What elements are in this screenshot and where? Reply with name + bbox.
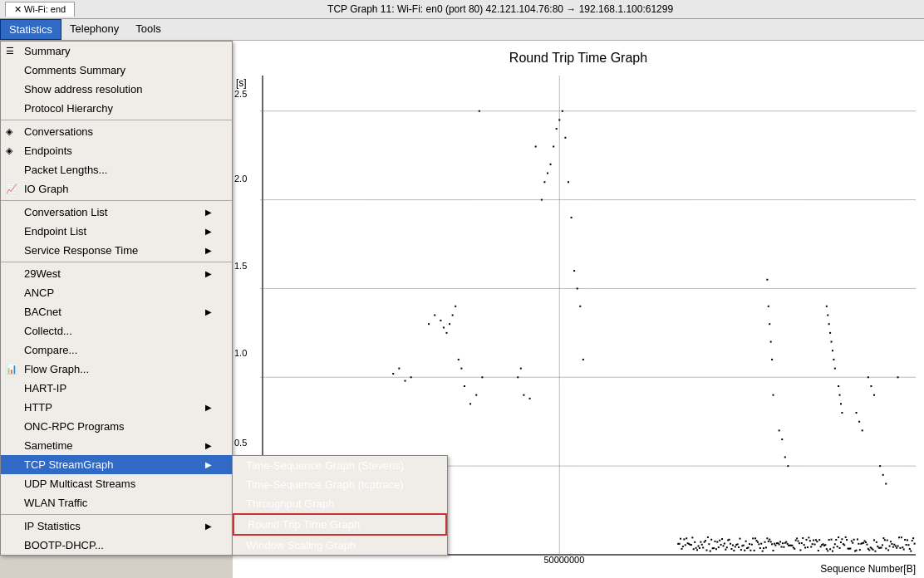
menu-item-sametime[interactable]: Sametime ▶ xyxy=(1,436,232,455)
menu-item-summary[interactable]: ☰ Summary xyxy=(1,42,232,61)
arrow-icon: ▶ xyxy=(205,522,212,531)
arrow-icon: ▶ xyxy=(205,441,212,450)
menu-item-endpoints[interactable]: ◈ Endpoints xyxy=(1,141,232,160)
menu-item-conversation-list[interactable]: Conversation List ▶ xyxy=(1,203,232,222)
menu-item-onc-rpc[interactable]: ONC-RPC Programs xyxy=(1,417,232,436)
submenu-time-sequence-tcptrace[interactable]: Time-Sequence Graph (tcptrace) xyxy=(233,475,447,494)
submenu-window-scaling[interactable]: Window Scaling Graph xyxy=(233,536,447,555)
menu-item-tcp-streamgraph[interactable]: TCP StreamGraph ▶ Time-Sequence Graph (S… xyxy=(1,455,232,474)
menu-item-hart-ip[interactable]: HART-IP xyxy=(1,379,232,398)
menu-statistics[interactable]: Statistics xyxy=(0,19,61,40)
arrow-icon: ▶ xyxy=(205,227,212,236)
title-bar: ✕ Wi-Fi: end TCP Graph 11: Wi-Fi: en0 (p… xyxy=(0,0,924,19)
submenu-round-trip-time[interactable]: Round Trip Time Graph xyxy=(233,513,447,536)
flow-graph-icon: 📊 xyxy=(6,364,17,375)
menu-item-comments-summary[interactable]: Comments Summary xyxy=(1,61,232,80)
endpoints-icon: ◈ xyxy=(6,145,12,156)
menu-item-show-address[interactable]: Show address resolution xyxy=(1,80,232,99)
menu-item-bacnet[interactable]: BACnet ▶ xyxy=(1,302,232,321)
menu-item-conversations[interactable]: ◈ Conversations xyxy=(1,122,232,141)
menu-item-udp-multicast[interactable]: UDP Multicast Streams xyxy=(1,474,232,493)
tab-close-icon[interactable]: ✕ xyxy=(14,4,22,14)
menu-item-ancp[interactable]: ANCP xyxy=(1,283,232,302)
arrow-icon: ▶ xyxy=(205,246,212,255)
summary-icon: ☰ xyxy=(6,46,14,56)
submenu-throughput-graph[interactable]: Throughput Graph xyxy=(233,494,447,513)
menu-item-service-response-time[interactable]: Service Response Time ▶ xyxy=(1,241,232,260)
tcp-streamgraph-submenu: Time-Sequence Graph (Stevens) Time-Seque… xyxy=(232,455,448,556)
submenu-time-sequence-stevens[interactable]: Time-Sequence Graph (Stevens) xyxy=(233,456,447,475)
statistics-dropdown: ☰ Summary Comments Summary Show address … xyxy=(0,41,233,556)
arrow-icon: ▶ xyxy=(205,208,212,217)
arrow-icon: ▶ xyxy=(205,307,212,316)
io-graph-icon: 📈 xyxy=(6,184,17,194)
tab-label: Wi-Fi: end xyxy=(24,4,66,14)
menu-tools[interactable]: Tools xyxy=(127,19,169,40)
menu-item-flow-graph[interactable]: 📊 Flow Graph... xyxy=(1,360,232,379)
menu-item-bootp-dhcp[interactable]: BOOTP-DHCP... xyxy=(1,536,232,555)
arrow-icon: ▶ xyxy=(205,460,212,469)
menu-item-wlan-traffic[interactable]: WLAN Traffic xyxy=(1,493,232,512)
menu-item-http[interactable]: HTTP ▶ xyxy=(1,398,232,417)
menu-item-packet-lengths[interactable]: Packet Lengths... xyxy=(1,160,232,179)
window-title: TCP Graph 11: Wi-Fi: en0 (port 80) 42.12… xyxy=(81,3,919,15)
menu-item-29west[interactable]: 29West ▶ xyxy=(1,264,232,283)
tab[interactable]: ✕ Wi-Fi: end xyxy=(5,2,75,17)
menu-item-ip-statistics[interactable]: IP Statistics ▶ xyxy=(1,517,232,536)
arrow-icon: ▶ xyxy=(205,403,212,412)
conversations-icon: ◈ xyxy=(6,126,12,137)
content-area: ☰ Summary Comments Summary Show address … xyxy=(0,41,924,578)
menu-item-collectd[interactable]: Collectd... xyxy=(1,321,232,340)
arrow-icon: ▶ xyxy=(205,269,212,278)
menu-item-endpoint-list[interactable]: Endpoint List ▶ xyxy=(1,222,232,241)
menu-bar: Statistics Telephony Tools xyxy=(0,19,924,41)
menu-item-io-graph[interactable]: 📈 IO Graph xyxy=(1,179,232,198)
menu-item-protocol-hierarchy[interactable]: Protocol Hierarchy xyxy=(1,99,232,118)
menu-item-compare[interactable]: Compare... xyxy=(1,340,232,360)
menu-telephony[interactable]: Telephony xyxy=(61,19,127,40)
